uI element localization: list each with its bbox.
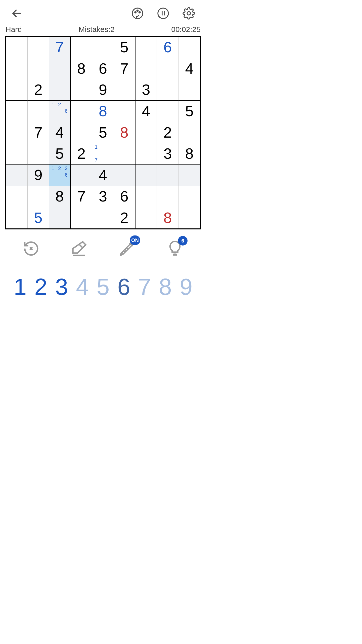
sudoku-cell[interactable] bbox=[157, 101, 178, 122]
numkey-5[interactable]: 5 bbox=[93, 274, 113, 300]
sudoku-cell[interactable] bbox=[71, 165, 92, 186]
cell-value: 5 bbox=[55, 145, 64, 162]
numkey-9[interactable]: 9 bbox=[176, 274, 196, 300]
sudoku-cell[interactable]: 8 bbox=[92, 101, 114, 122]
sudoku-cell[interactable] bbox=[71, 122, 92, 143]
sudoku-cell[interactable] bbox=[135, 207, 157, 228]
sudoku-cell[interactable]: 7 bbox=[114, 58, 135, 79]
sudoku-cell[interactable] bbox=[178, 186, 200, 207]
sudoku-cell[interactable]: 2 bbox=[28, 79, 49, 101]
numkey-7[interactable]: 7 bbox=[134, 274, 155, 300]
sudoku-cell[interactable]: 7 bbox=[49, 37, 71, 58]
back-button[interactable] bbox=[11, 8, 22, 20]
sudoku-cell[interactable]: 3 bbox=[92, 186, 114, 207]
sudoku-cell[interactable]: 7 bbox=[71, 186, 92, 207]
sudoku-cell[interactable]: 3 bbox=[157, 143, 178, 165]
sudoku-cell[interactable]: 4 bbox=[135, 101, 157, 122]
sudoku-cell[interactable] bbox=[178, 122, 200, 143]
sudoku-cell[interactable] bbox=[6, 37, 28, 58]
sudoku-cell[interactable] bbox=[6, 101, 28, 122]
sudoku-cell[interactable]: 7 bbox=[28, 122, 49, 143]
hint-button[interactable]: 6 bbox=[166, 240, 184, 258]
sudoku-cell[interactable] bbox=[178, 37, 200, 58]
sudoku-cell[interactable] bbox=[157, 186, 178, 207]
cell-value: 5 bbox=[34, 209, 42, 226]
sudoku-cell[interactable] bbox=[114, 101, 135, 122]
sudoku-cell[interactable]: 17 bbox=[92, 143, 114, 165]
sudoku-cell[interactable] bbox=[157, 79, 178, 101]
sudoku-cell[interactable]: 8 bbox=[157, 207, 178, 228]
pause-button[interactable] bbox=[157, 7, 169, 21]
sudoku-cell[interactable]: 2 bbox=[114, 207, 135, 228]
numkey-2[interactable]: 2 bbox=[31, 274, 51, 300]
sudoku-cell[interactable] bbox=[49, 58, 71, 79]
sudoku-cell[interactable]: 5 bbox=[114, 37, 135, 58]
sudoku-cell[interactable] bbox=[28, 101, 49, 122]
sudoku-cell[interactable]: 2 bbox=[71, 143, 92, 165]
sudoku-cell[interactable]: 6 bbox=[114, 186, 135, 207]
sudoku-cell[interactable] bbox=[6, 143, 28, 165]
sudoku-cell[interactable] bbox=[6, 79, 28, 101]
sudoku-cell[interactable] bbox=[135, 37, 157, 58]
pencil-button[interactable]: ON bbox=[118, 239, 136, 259]
sudoku-cell[interactable] bbox=[6, 207, 28, 228]
sudoku-cell[interactable] bbox=[114, 143, 135, 165]
sudoku-cell[interactable] bbox=[71, 207, 92, 228]
sudoku-cell[interactable] bbox=[71, 101, 92, 122]
sudoku-cell[interactable] bbox=[135, 165, 157, 186]
sudoku-cell[interactable] bbox=[28, 37, 49, 58]
sudoku-cell[interactable] bbox=[28, 186, 49, 207]
sudoku-cell[interactable]: 6 bbox=[92, 58, 114, 79]
sudoku-cell[interactable] bbox=[6, 122, 28, 143]
sudoku-cell[interactable]: 4 bbox=[49, 122, 71, 143]
sudoku-cell[interactable] bbox=[6, 58, 28, 79]
sudoku-cell[interactable]: 5 bbox=[28, 207, 49, 228]
sudoku-cell[interactable] bbox=[114, 165, 135, 186]
sudoku-cell[interactable]: 5 bbox=[92, 122, 114, 143]
sudoku-cell[interactable]: 5 bbox=[49, 143, 71, 165]
sudoku-cell[interactable] bbox=[49, 207, 71, 228]
numkey-8[interactable]: 8 bbox=[155, 274, 175, 300]
sudoku-cell[interactable]: 5 bbox=[178, 101, 200, 122]
sudoku-cell[interactable]: 1236 bbox=[49, 165, 71, 186]
sudoku-cell[interactable] bbox=[6, 165, 28, 186]
sudoku-cell[interactable] bbox=[135, 143, 157, 165]
sudoku-cell[interactable] bbox=[178, 79, 200, 101]
sudoku-cell[interactable]: 4 bbox=[178, 58, 200, 79]
sudoku-cell[interactable]: 8 bbox=[49, 186, 71, 207]
sudoku-cell[interactable]: 2 bbox=[157, 122, 178, 143]
sudoku-cell[interactable]: 8 bbox=[114, 122, 135, 143]
sudoku-cell[interactable]: 8 bbox=[178, 143, 200, 165]
sudoku-cell[interactable] bbox=[157, 165, 178, 186]
numkey-4[interactable]: 4 bbox=[72, 274, 93, 300]
sudoku-cell[interactable] bbox=[135, 122, 157, 143]
sudoku-cell[interactable]: 4 bbox=[92, 165, 114, 186]
sudoku-cell[interactable] bbox=[178, 165, 200, 186]
sudoku-cell[interactable]: 9 bbox=[92, 79, 114, 101]
sudoku-cell[interactable] bbox=[157, 58, 178, 79]
sudoku-cell[interactable] bbox=[114, 79, 135, 101]
sudoku-cell[interactable]: 126 bbox=[49, 101, 71, 122]
sudoku-cell[interactable]: 6 bbox=[157, 37, 178, 58]
numkey-1[interactable]: 1 bbox=[10, 274, 30, 300]
sudoku-cell[interactable] bbox=[71, 79, 92, 101]
sudoku-cell[interactable]: 9 bbox=[28, 165, 49, 186]
sudoku-cell[interactable]: 8 bbox=[71, 58, 92, 79]
sudoku-cell[interactable] bbox=[71, 37, 92, 58]
erase-button[interactable] bbox=[70, 239, 88, 259]
settings-button[interactable] bbox=[183, 7, 195, 21]
sudoku-cell[interactable] bbox=[178, 207, 200, 228]
numkey-6[interactable]: 6 bbox=[114, 274, 134, 300]
sudoku-cell[interactable] bbox=[49, 79, 71, 101]
theme-button[interactable] bbox=[131, 7, 144, 21]
sudoku-cell[interactable] bbox=[6, 186, 28, 207]
numkey-3[interactable]: 3 bbox=[52, 274, 72, 300]
sudoku-cell[interactable] bbox=[92, 37, 114, 58]
sudoku-cell[interactable]: 3 bbox=[135, 79, 157, 101]
sudoku-cell[interactable] bbox=[28, 143, 49, 165]
sudoku-cell[interactable] bbox=[92, 207, 114, 228]
sudoku-cell[interactable] bbox=[135, 186, 157, 207]
sudoku-cell[interactable] bbox=[28, 58, 49, 79]
sudoku-cell[interactable] bbox=[135, 58, 157, 79]
undo-button[interactable] bbox=[23, 240, 40, 258]
